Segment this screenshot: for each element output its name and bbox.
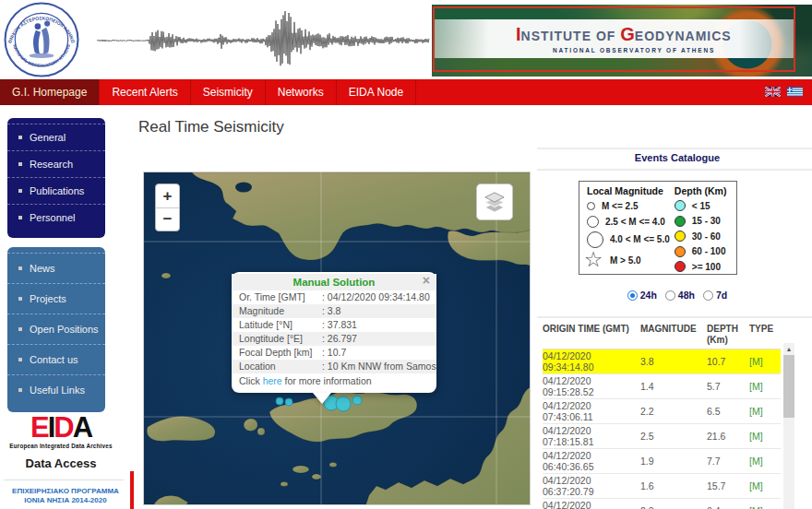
popup-row: Location : 10 Km NNW from Samos: [232, 360, 436, 373]
col-magnitude: MAGNITUDE: [640, 324, 707, 345]
depth-color-dot: [675, 216, 686, 227]
bullet-icon: [18, 266, 22, 270]
scrollbar-up-arrow-icon[interactable]: ▲: [783, 343, 794, 354]
nav-item[interactable]: Networks: [266, 79, 337, 105]
depth-legend-item: < 15: [675, 198, 733, 214]
event-marker[interactable]: [336, 397, 351, 411]
operational-program-label: ΕΠΙΧΕΙΡΗΣΙΑΚΟ ΠΡΟΓΡΑΜΜΑ ΙΟΝΙΑ ΝΗΣΙΑ 2014…: [0, 487, 131, 506]
bullet-icon: [18, 216, 22, 219]
layers-control[interactable]: [476, 183, 513, 220]
events-table: ORIGIN TIME (GMT) MAGNITUDE DEPTH (Km) T…: [543, 321, 781, 509]
popup-rows: Or. Time [GMT] : 04/12/2020 09:34:14.80 …: [232, 290, 436, 373]
layers-icon: [482, 191, 508, 213]
event-marker[interactable]: [352, 396, 362, 405]
institute-banner: INSTITUTE OF GEODYNAMICS NATIONAL OBSERV…: [432, 5, 812, 77]
sidebar-item-label: General: [30, 132, 66, 143]
radio-icon[interactable]: [703, 290, 713, 301]
magnitude-symbol: [587, 231, 603, 248]
sidebar-item-label: Useful Links: [30, 385, 85, 396]
table-row[interactable]: 04/12/2020 05:54:40.71 2.3 6.4 [M]: [543, 499, 781, 509]
institute-title: INSTITUTE OF GEODYNAMICS: [516, 24, 732, 45]
table-row[interactable]: 04/12/2020 06:40:36.65 1.9 7.7 [M]: [543, 449, 781, 474]
panel-divider: [537, 169, 812, 171]
table-header-row: ORIGIN TIME (GMT) MAGNITUDE DEPTH (Km) T…: [543, 321, 781, 349]
depth-color-dot: [675, 261, 686, 272]
sidebar-item-label: News: [30, 263, 55, 274]
popup-row: Magnitude : 3.8: [232, 304, 436, 318]
nav-item[interactable]: EIDA Node: [337, 79, 416, 105]
time-filter-radio[interactable]: 7d: [703, 290, 727, 301]
time-filter-radio[interactable]: 24h: [627, 290, 657, 301]
sidebar-item[interactable]: Open Positions: [7, 314, 105, 344]
sidebar-item-label: Research: [30, 159, 73, 170]
popup-close-icon[interactable]: ×: [423, 273, 430, 288]
title-initial-g: G: [620, 24, 635, 44]
greece-flag-icon[interactable]: [787, 87, 803, 97]
depth-color-dot: [675, 231, 686, 242]
sidebar-divider: [4, 479, 124, 480]
bullet-icon: [18, 388, 22, 392]
popup-row-label: Magnitude: [239, 304, 322, 318]
popup-row-value: : 04/12/2020 09:34:14.80: [322, 290, 430, 304]
table-row[interactable]: 04/12/2020 06:37:20.79 1.6 15.7 [M]: [543, 474, 781, 499]
popup-row-label: Focal Depth [km]: [239, 346, 322, 360]
magnitude-symbol: [587, 202, 595, 210]
sidebar-item[interactable]: Contact us: [7, 344, 105, 374]
observatory-seal-logo[interactable]: ΕΘΝΙΚΟΝ ΑΣΤΕΡΟΣΚΟΠΕΙΟΝ ΑΘΗΝΩΝ NATIONAL O…: [4, 2, 79, 77]
table-scrollbar[interactable]: ▲: [783, 343, 794, 509]
event-marker[interactable]: [285, 398, 293, 406]
satellite-map[interactable]: + − × Manual Solution Or. Time [GMT] : 0…: [143, 172, 531, 505]
nav-item[interactable]: Recent Alerts: [100, 79, 190, 105]
sidebar-secondary-menu: News Projects Open Positions Contact us …: [7, 247, 105, 412]
nav-item[interactable]: G.I. Homepage: [0, 79, 100, 105]
popup-footer: Click here for more information: [232, 373, 436, 389]
eida-letter: D: [54, 411, 72, 444]
depth-color-dot: [675, 246, 686, 257]
header: ΕΘΝΙΚΟΝ ΑΣΤΕΡΟΣΚΟΠΕΙΟΝ ΑΘΗΝΩΝ NATIONAL O…: [0, 0, 812, 79]
time-filter-group: 24h 48h 7d: [543, 290, 812, 301]
depth-legend-item: 60 - 100: [675, 244, 733, 260]
more-info-link[interactable]: here: [263, 375, 282, 386]
zoom-in-button[interactable]: +: [156, 184, 179, 207]
radio-icon[interactable]: [665, 290, 675, 301]
sidebar-item[interactable]: General: [7, 124, 105, 150]
radio-icon[interactable]: [627, 290, 638, 301]
nav-item[interactable]: Seismicity: [191, 79, 266, 105]
magnitude-legend-item: 4.0 < M <= 5.0: [587, 230, 675, 249]
seismogram-trace: [97, 4, 434, 77]
sidebar-item-label: Contact us: [30, 354, 78, 365]
table-row[interactable]: 04/12/2020 07:43:06.11 2.2 6.5 [M]: [543, 399, 781, 424]
zoom-out-button[interactable]: −: [156, 207, 179, 231]
popup-row-value: : 10 Km NNW from Samos: [322, 360, 436, 373]
depth-legend: Depth (Km) < 15 15 - 30 30 -: [675, 185, 733, 272]
sidebar-item[interactable]: Publications: [7, 177, 105, 204]
sidebar-item[interactable]: Projects: [7, 283, 105, 314]
bullet-icon: [18, 136, 22, 139]
event-popup: × Manual Solution Or. Time [GMT] : 04/12…: [232, 272, 436, 393]
table-row[interactable]: 04/12/2020 09:15:28.52 1.4 5.7 [M]: [543, 374, 781, 399]
page: ΕΘΝΙΚΟΝ ΑΣΤΕΡΟΣΚΟΠΕΙΟΝ ΑΘΗΝΩΝ NATIONAL O…: [0, 0, 812, 509]
sidebar-item[interactable]: News: [7, 253, 105, 283]
depth-legend-title: Depth (Km): [675, 185, 733, 196]
col-depth: DEPTH (Km): [707, 324, 749, 345]
event-marker[interactable]: [276, 397, 283, 405]
time-filter-radio[interactable]: 48h: [665, 290, 695, 301]
table-row[interactable]: 04/12/2020 07:18:15.81 2.5 21.6 [M]: [543, 424, 781, 449]
uk-flag-icon[interactable]: [765, 87, 781, 97]
sidebar-item[interactable]: Useful Links: [7, 374, 105, 405]
panel-divider: [537, 148, 812, 149]
panel-divider: [537, 316, 812, 318]
col-type: TYPE: [749, 324, 781, 345]
eida-logo[interactable]: EIDA European Integrated Data Archives: [7, 413, 114, 449]
popup-row-value: : 10.7: [322, 346, 429, 360]
sidebar-item[interactable]: Personnel: [7, 204, 105, 231]
sidebar-item-label: Projects: [30, 293, 66, 304]
scrollbar-thumb[interactable]: [783, 355, 794, 418]
sidebar-item[interactable]: Research: [7, 150, 105, 177]
popup-row-value: : 3.8: [322, 304, 429, 318]
espa-logo-edge: [130, 471, 134, 509]
sidebar-item-label: Personnel: [30, 212, 76, 223]
popup-tail: [313, 393, 331, 404]
table-row[interactable]: 04/12/2020 09:34:14.80 3.8 10.7 [M]: [543, 349, 781, 374]
lake: [235, 183, 252, 193]
